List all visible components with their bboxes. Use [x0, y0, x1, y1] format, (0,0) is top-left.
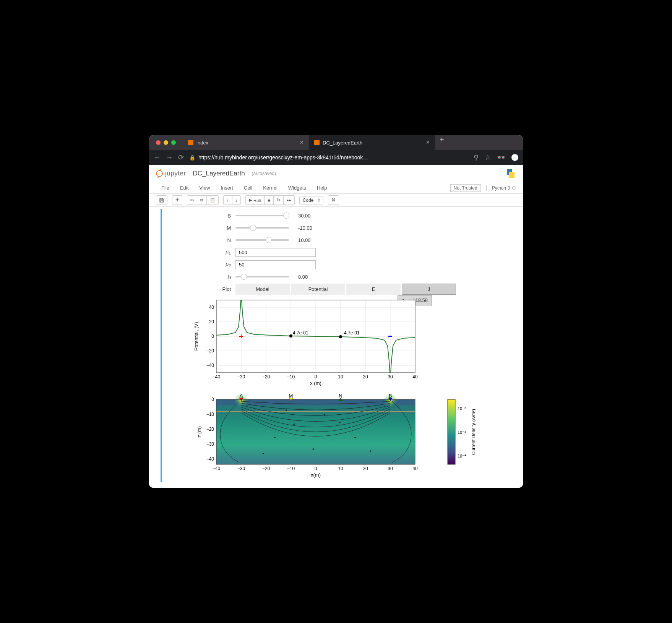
slider-B-value: 30.00 [298, 213, 311, 219]
svg-text:40: 40 [412, 374, 418, 380]
plot-btn-e[interactable]: E [346, 284, 401, 295]
plot-btn-model[interactable]: Model [235, 284, 290, 295]
copy-button[interactable]: ⧉ [197, 195, 207, 205]
menu-kernel[interactable]: Kernel [258, 183, 283, 192]
close-window-icon[interactable] [156, 140, 161, 145]
plot-toggle: Plot Model Potential E J [167, 284, 516, 294]
svg-text:40: 40 [412, 466, 418, 471]
menu-cell[interactable]: Cell [239, 183, 258, 192]
slider-h-track[interactable] [235, 276, 289, 277]
tab-index[interactable]: index × [183, 135, 309, 150]
svg-text:0: 0 [211, 334, 214, 339]
bot-ylabel: z (m) [196, 426, 202, 438]
zoom-icon[interactable]: ⚲ [474, 153, 479, 162]
jupyter-logo[interactable]: jupyter [156, 170, 186, 177]
svg-text:0: 0 [315, 374, 317, 380]
menu-edit[interactable]: Edit [175, 183, 194, 192]
cell-output: B 30.00 M -10.00 N 10.00 ρ1 [154, 209, 518, 482]
input-rho2-field[interactable] [235, 260, 316, 269]
input-rho1-label: ρ1 [167, 249, 235, 256]
svg-text:−20: −20 [262, 466, 270, 471]
star-icon[interactable]: ☆ [485, 153, 491, 162]
top-xlabel: x (m) [310, 380, 321, 386]
cut-button[interactable]: ✄ [187, 195, 197, 205]
python-icon [505, 168, 516, 179]
move-down-button[interactable]: ↓ [232, 195, 241, 205]
tab-dc-layeredearth[interactable]: DC_LayeredEarth × [309, 135, 435, 150]
menu-insert[interactable]: Insert [215, 183, 239, 192]
jupyter-favicon-icon [314, 140, 320, 145]
menu-view[interactable]: View [194, 183, 215, 192]
restart-button[interactable]: ↻ [273, 195, 284, 205]
notebook-title[interactable]: DC_LayeredEarth [193, 170, 245, 177]
lock-icon: 🔒 [189, 155, 195, 161]
svg-text:−20: −20 [262, 374, 270, 380]
tab-title: DC_LayeredEarth [323, 140, 362, 146]
plot-btn-potential[interactable]: Potential [291, 284, 345, 295]
svg-text:0: 0 [315, 466, 317, 471]
new-tab-button[interactable]: + [435, 135, 449, 150]
svg-text:10⁻⁴: 10⁻⁴ [458, 454, 466, 458]
slider-N-thumb[interactable] [266, 237, 272, 243]
svg-text:20: 20 [363, 374, 368, 380]
close-tab-icon[interactable]: × [426, 139, 430, 146]
chart-container: 4.7e-01 -4.7e-01 40200−20−40 −40−30−20−1… [167, 296, 515, 481]
slider-N: N 10.00 [167, 235, 516, 245]
reload-icon[interactable]: ⟳ [178, 153, 184, 162]
slider-N-label: N [167, 237, 235, 243]
svg-text:10: 10 [338, 466, 343, 471]
svg-text:4.7e-01: 4.7e-01 [293, 330, 308, 336]
jupyter-logo-text: jupyter [165, 170, 186, 177]
addressbar-right: ⚲ ☆ 👓 [474, 153, 518, 162]
slider-h-thumb[interactable] [241, 274, 247, 280]
slider-B-thumb[interactable] [283, 213, 289, 219]
restart-run-all-button[interactable]: ▸▸ [283, 195, 295, 205]
input-rho1-field[interactable] [235, 248, 316, 257]
move-up-button[interactable]: ↑ [223, 195, 232, 205]
menu-help[interactable]: Help [312, 183, 333, 192]
forward-icon[interactable]: → [166, 154, 173, 162]
slider-M-thumb[interactable] [250, 225, 256, 231]
slider-M: M -10.00 [167, 223, 516, 233]
slider-B-track[interactable] [235, 215, 289, 216]
add-cell-button[interactable]: ✚ [172, 195, 182, 205]
svg-text:−40: −40 [206, 456, 214, 462]
run-button[interactable]: ▶ Run [245, 195, 265, 205]
svg-text:30: 30 [388, 374, 393, 380]
menu-file[interactable]: File [156, 183, 175, 192]
svg-text:40: 40 [209, 305, 214, 310]
save-button[interactable] [156, 195, 167, 205]
toolbar: ✚ ✄ ⧉ 📋 ↑ ↓ ▶ Run ■ ↻ ▸▸ Code ⌘ [149, 194, 523, 207]
svg-text:20: 20 [209, 319, 214, 324]
autosave-status: (autosaved) [252, 171, 276, 176]
slider-M-track[interactable] [235, 227, 289, 229]
svg-text:−10: −10 [287, 466, 295, 471]
back-icon[interactable]: ← [154, 154, 161, 162]
slider-h-label: h [167, 274, 235, 280]
bot-xlabel: x(m) [311, 472, 321, 478]
svg-text:−30: −30 [206, 441, 214, 447]
maximize-window-icon[interactable] [171, 140, 176, 145]
cell-selection-bar[interactable] [161, 209, 162, 482]
url-field[interactable]: 🔒 https://hub.mybinder.org/user/geoscixy… [189, 154, 468, 161]
cell-type-select[interactable]: Code [299, 196, 323, 204]
svg-rect-58 [448, 399, 455, 464]
browser-window: index × DC_LayeredEarth × + ← → ⟳ 🔒 http… [149, 135, 523, 488]
plot-btn-j[interactable]: J [402, 284, 456, 295]
minimize-window-icon[interactable] [164, 140, 168, 145]
incognito-icon[interactable]: 👓 [497, 153, 505, 162]
slider-M-label: M [167, 225, 235, 231]
svg-text:−20: −20 [206, 427, 214, 432]
paste-button[interactable]: 📋 [206, 195, 219, 205]
stop-button[interactable]: ■ [264, 195, 274, 205]
close-tab-icon[interactable]: × [300, 139, 304, 146]
slider-N-track[interactable] [235, 239, 289, 241]
url-text: https://hub.mybinder.org/user/geoscixyz-… [198, 154, 368, 161]
menu-widgets[interactable]: Widgets [283, 183, 312, 192]
command-palette-button[interactable]: ⌘ [328, 195, 339, 205]
profile-avatar-icon[interactable] [511, 154, 518, 161]
svg-text:−40: −40 [213, 466, 221, 471]
trust-button[interactable]: Not Trusted [450, 184, 481, 192]
kernel-indicator[interactable]: Python 3 [486, 185, 516, 191]
svg-text:0: 0 [211, 397, 214, 402]
